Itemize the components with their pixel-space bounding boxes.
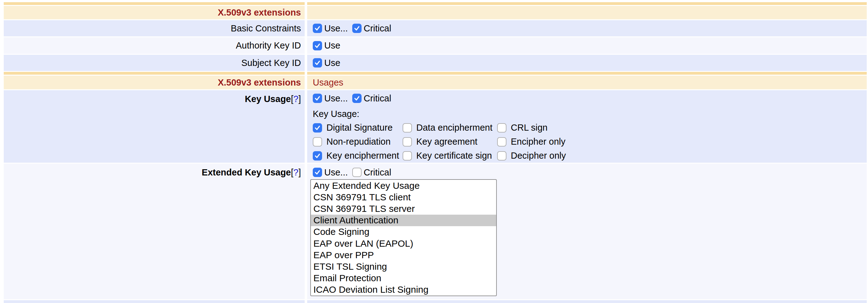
key-usage-grid-cell: Decipher only bbox=[497, 149, 867, 163]
extended-key-usage-listbox[interactable]: Any Extended Key UsageCSN 369791 TLS cli… bbox=[310, 179, 497, 296]
listbox-option[interactable]: Email Protection bbox=[311, 273, 496, 284]
listbox-option[interactable]: Code Signing bbox=[311, 226, 496, 238]
key-usage-help-link[interactable]: [?] bbox=[291, 94, 301, 104]
section-spacer-row bbox=[4, 2, 867, 5]
checkmark-icon bbox=[314, 59, 321, 67]
use-checkbox-label[interactable]: Use... bbox=[324, 168, 348, 178]
key-usage-option-label[interactable]: Key certificate sign bbox=[416, 151, 492, 161]
table-row-partial bbox=[4, 300, 867, 303]
row-label-cell: Extended Key Usage[?] bbox=[4, 163, 305, 299]
key-usage-grid-cell: Key certificate sign bbox=[403, 149, 497, 163]
critical-checkbox-label[interactable]: Critical bbox=[364, 168, 392, 178]
listbox-option[interactable]: CSN 369791 TLS server bbox=[311, 203, 496, 214]
key-usage-option-label[interactable]: Non-repudiation bbox=[327, 137, 391, 147]
use-checkbox-label[interactable]: Use bbox=[324, 40, 340, 51]
key-usage-critical-checkbox[interactable] bbox=[352, 94, 362, 103]
checkmark-icon bbox=[314, 95, 321, 102]
section-header-cell-left: X.509v3 extensions bbox=[4, 75, 305, 89]
row-label-cell: Key Usage[?] bbox=[4, 90, 305, 163]
section-title: X.509v3 extensions bbox=[218, 7, 301, 18]
critical-checkbox-label[interactable]: Critical bbox=[364, 93, 392, 103]
section-subtitle: Usages bbox=[313, 78, 343, 88]
extended-key-usage-controls: Use... Critical bbox=[313, 168, 867, 177]
key-usage-grid-cell: CRL sign bbox=[497, 121, 867, 135]
key-usage-group-caption: Key Usage: bbox=[313, 109, 867, 118]
section-header-extensions: X.509v3 extensions bbox=[4, 6, 867, 19]
key-usage-option-checkbox[interactable] bbox=[497, 137, 506, 147]
section-header-usages: X.509v3 extensions Usages bbox=[4, 75, 867, 89]
key-usage-option-label[interactable]: Encipher only bbox=[511, 137, 565, 147]
checkmark-icon bbox=[314, 25, 321, 32]
listbox-option[interactable]: ETSI TSL Signing bbox=[311, 261, 496, 272]
key-usage-option-checkbox[interactable] bbox=[313, 123, 322, 132]
listbox-option[interactable]: ICAO Deviation List Signing bbox=[311, 284, 496, 296]
critical-checkbox-label[interactable]: Critical bbox=[364, 23, 392, 34]
authority-key-id-controls: Use bbox=[313, 41, 345, 51]
key-usage-option-label[interactable]: Decipher only bbox=[511, 151, 566, 161]
key-usage-option-checkbox[interactable] bbox=[313, 137, 322, 147]
use-checkbox-label[interactable]: Use... bbox=[324, 93, 348, 103]
row-value-cell: Use bbox=[307, 55, 867, 71]
key-usage-option-checkbox[interactable] bbox=[313, 151, 322, 160]
section-header-cell-right bbox=[307, 6, 867, 19]
section-header-cell-left: X.509v3 extensions bbox=[4, 6, 305, 19]
listbox-option[interactable]: Client Authentication bbox=[311, 215, 496, 226]
section-spacer-row bbox=[4, 72, 867, 75]
key-usage-use-checkbox[interactable] bbox=[313, 94, 322, 103]
help-bracket: ] bbox=[299, 168, 301, 177]
subject-key-id-use-checkbox[interactable] bbox=[313, 58, 322, 67]
row-authority-key-id: Authority Key ID Use bbox=[4, 37, 867, 54]
key-usage-grid-cell: Non-repudiation bbox=[313, 135, 403, 149]
key-usage-option-label[interactable]: Digital Signature bbox=[327, 123, 393, 133]
key-usage-grid-cell: Key agreement bbox=[403, 135, 497, 149]
help-bracket: ] bbox=[299, 94, 301, 104]
key-usage-option-checkbox[interactable] bbox=[497, 123, 506, 132]
key-usage-option-checkbox[interactable] bbox=[403, 137, 412, 147]
spacer-cell-left bbox=[4, 2, 305, 5]
use-checkbox-label[interactable]: Use bbox=[324, 58, 340, 68]
basic-constraints-critical-checkbox[interactable] bbox=[352, 24, 362, 33]
listbox-option[interactable]: EAP over LAN (EAPOL) bbox=[311, 238, 496, 249]
listbox-option[interactable]: EAP over PPP bbox=[311, 249, 496, 261]
help-bracket: [ bbox=[291, 94, 293, 104]
listbox-option[interactable]: CSN 369791 TLS client bbox=[311, 191, 496, 203]
row-extended-key-usage: Extended Key Usage[?] Use... Critical An… bbox=[4, 163, 867, 299]
checkmark-icon bbox=[353, 95, 361, 102]
key-usage-option-label[interactable]: CRL sign bbox=[511, 123, 548, 133]
key-usage-option-checkbox[interactable] bbox=[497, 151, 506, 160]
extended-key-usage-use-checkbox[interactable] bbox=[313, 168, 322, 177]
basic-constraints-use-checkbox[interactable] bbox=[313, 24, 322, 33]
extended-key-usage-critical-checkbox[interactable] bbox=[352, 168, 362, 177]
basic-constraints-label: Basic Constraints bbox=[231, 23, 301, 34]
row-subject-key-id: Subject Key ID Use bbox=[4, 55, 867, 71]
key-usage-controls: Use... Critical bbox=[313, 93, 867, 103]
extended-key-usage-help-link[interactable]: [?] bbox=[291, 168, 301, 178]
authority-key-id-use-checkbox[interactable] bbox=[313, 41, 322, 51]
key-usage-label: Key Usage bbox=[245, 94, 291, 104]
use-checkbox-label[interactable]: Use... bbox=[324, 23, 348, 34]
authority-key-id-label: Authority Key ID bbox=[236, 40, 301, 51]
key-usage-option-checkbox[interactable] bbox=[403, 123, 412, 132]
key-usage-option-label[interactable]: Key agreement bbox=[416, 137, 477, 147]
basic-constraints-controls: Use... Critical bbox=[313, 23, 396, 33]
row-key-usage: Key Usage[?] Use... Critical Key Usage: … bbox=[4, 90, 867, 163]
row-value-cell: Use bbox=[307, 37, 867, 54]
key-usage-option-label[interactable]: Key encipherment bbox=[327, 151, 399, 161]
spacer-cell-right bbox=[307, 72, 867, 75]
certificate-profile-table: X.509v3 extensions Basic Constraints Use… bbox=[4, 0, 867, 303]
key-usage-grid: Digital SignatureData enciphermentCRL si… bbox=[313, 121, 867, 163]
row-label-cell: Basic Constraints bbox=[4, 20, 305, 36]
key-usage-option-checkbox[interactable] bbox=[403, 151, 412, 160]
section-header-cell-right: Usages bbox=[307, 75, 867, 89]
help-question-mark: ? bbox=[293, 168, 299, 177]
spacer-cell-right bbox=[307, 2, 867, 5]
row-label-cell: Authority Key ID bbox=[4, 37, 305, 54]
key-usage-grid-cell: Digital Signature bbox=[313, 121, 403, 135]
row-value-cell: Use... Critical Key Usage: Digital Signa… bbox=[307, 90, 867, 163]
listbox-option[interactable]: Any Extended Key Usage bbox=[311, 180, 496, 191]
checkmark-icon bbox=[314, 124, 321, 131]
checkmark-icon bbox=[314, 42, 321, 50]
row-label-cell: Subject Key ID bbox=[4, 55, 305, 71]
help-bracket: [ bbox=[291, 168, 293, 177]
key-usage-option-label[interactable]: Data encipherment bbox=[416, 123, 492, 133]
